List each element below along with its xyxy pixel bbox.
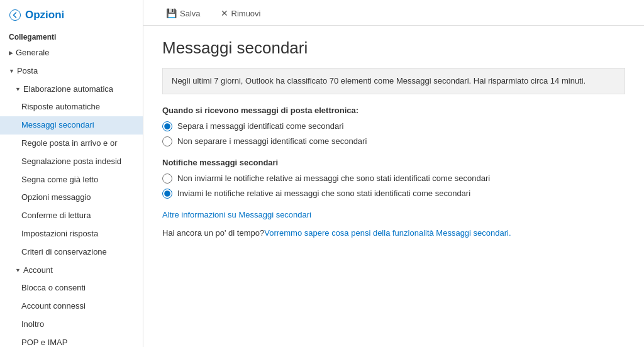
radio-notify-label: Inviami le notifiche relative ai messagg… [177, 189, 470, 198]
toolbar: 💾 Salva ✕ Rimuovi [143, 0, 644, 26]
sidebar-item-pop-imap[interactable]: POP e IMAP [0, 334, 143, 347]
remove-button[interactable]: ✕ Rimuovi [217, 6, 265, 20]
sidebar-item-segnalazione[interactable]: Segnalazione posta indesid [0, 153, 143, 171]
radio-separate[interactable]: Separa i messaggi identificati come seco… [162, 121, 625, 131]
sidebar-item-account-connessi[interactable]: Account connessi [0, 297, 143, 316]
triangle-icon: ▼ [9, 67, 14, 75]
sidebar: Opzioni Collegamenti ▶ Generale ▼ Posta … [0, 0, 143, 347]
sidebar-item-regole-posta[interactable]: Regole posta in arrivo e or [0, 135, 143, 153]
feedback-line: Hai ancora un po' di tempo?Vorremmo sape… [162, 228, 625, 238]
radio-no-separate-input[interactable] [162, 136, 172, 146]
sidebar-item-posta[interactable]: ▼ Posta [0, 62, 143, 80]
radio-group-separation: Separa i messaggi identificati come seco… [162, 121, 625, 146]
sidebar-item-blocca[interactable]: Blocca o consenti [0, 279, 143, 297]
sidebar-item-opzioni-messaggio[interactable]: Opzioni messaggio [0, 189, 143, 207]
more-info-link[interactable]: Altre informazioni su Messaggi secondari [162, 210, 311, 219]
radio-no-notify-label: Non inviarmi le notifiche relative ai me… [177, 174, 490, 183]
feedback-link[interactable]: Vorremmo sapere cosa pensi della funzion… [264, 228, 511, 238]
sidebar-item-risposte[interactable]: Risposte automatiche [0, 98, 143, 116]
main-content: 💾 Salva ✕ Rimuovi Messaggi secondari Neg… [143, 0, 644, 347]
sidebar-item-elaborazione[interactable]: ▼ Elaborazione automatica [0, 80, 143, 99]
triangle-icon: ▶ [9, 48, 13, 57]
when-receive-label: Quando si ricevono messaggi di posta ele… [162, 106, 625, 115]
content-area: Messaggi secondari Negli ultimi 7 giorni… [143, 26, 644, 250]
triangle-icon: ▼ [15, 85, 21, 94]
sidebar-item-conferme[interactable]: Conferme di lettura [0, 207, 143, 225]
sidebar-section-collegamenti: Collegamenti [0, 28, 143, 44]
radio-separate-label: Separa i messaggi identificati come seco… [177, 121, 343, 131]
radio-notify[interactable]: Inviami le notifiche relative ai messagg… [162, 189, 625, 199]
radio-notify-input[interactable] [162, 189, 172, 199]
save-icon: 💾 [166, 8, 177, 18]
radio-separate-input[interactable] [162, 121, 172, 131]
back-button[interactable]: Opzioni [0, 0, 143, 28]
notifications-label: Notifiche messaggi secondari [162, 158, 625, 167]
radio-no-notify[interactable]: Non inviarmi le notifiche relative ai me… [162, 174, 625, 184]
remove-icon: ✕ [221, 8, 228, 18]
radio-no-separate[interactable]: Non separare i messaggi identificati com… [162, 136, 625, 146]
sidebar-item-impostazioni-risposta[interactable]: Impostazioni risposta [0, 225, 143, 243]
sidebar-item-account[interactable]: ▼ Account [0, 262, 143, 280]
save-button[interactable]: 💾 Salva [162, 6, 204, 20]
radio-no-notify-input[interactable] [162, 174, 172, 184]
feedback-prefix: Hai ancora un po' di tempo? [162, 228, 264, 238]
radio-no-separate-label: Non separare i messaggi identificati com… [177, 136, 367, 146]
triangle-icon: ▼ [15, 266, 21, 275]
sidebar-item-messaggi-secondari[interactable]: Messaggi secondari [0, 116, 143, 135]
info-banner: Negli ultimi 7 giorni, Outlook ha classi… [162, 68, 625, 94]
back-label: Opzioni [25, 9, 64, 21]
remove-label: Rimuovi [231, 9, 261, 18]
page-title: Messaggi secondari [162, 38, 625, 58]
save-label: Salva [180, 9, 201, 18]
sidebar-item-criteri[interactable]: Criteri di conservazione [0, 243, 143, 262]
sidebar-item-inoltro[interactable]: Inoltro [0, 316, 143, 334]
sidebar-item-generale[interactable]: ▶ Generale [0, 44, 143, 62]
back-arrow-icon [9, 9, 21, 21]
radio-group-notifications: Non inviarmi le notifiche relative ai me… [162, 174, 625, 199]
sidebar-item-segna-letto[interactable]: Segna come già letto [0, 171, 143, 189]
svg-point-0 [10, 10, 21, 21]
